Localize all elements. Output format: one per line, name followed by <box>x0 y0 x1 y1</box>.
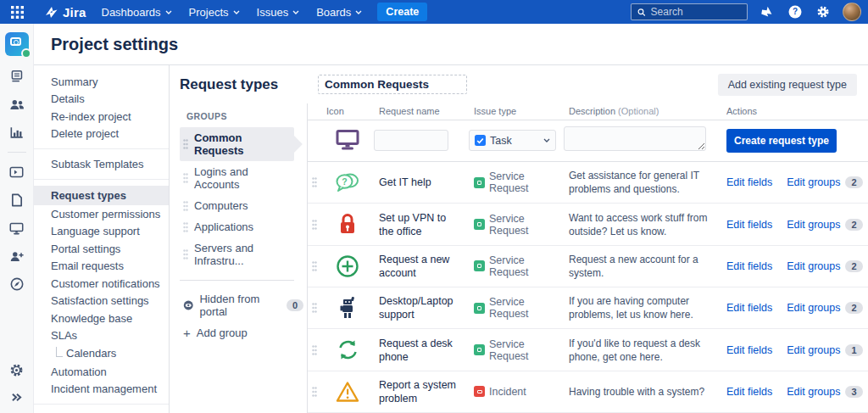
edit-fields-link[interactable]: Edit fields <box>726 176 772 188</box>
hidden-count-badge: 0 <box>287 299 303 311</box>
compass-icon[interactable] <box>7 275 27 293</box>
document-icon[interactable] <box>7 191 27 209</box>
sidebar-divider <box>34 148 169 149</box>
nav-issues[interactable]: Issues <box>257 6 300 19</box>
drag-handle[interactable] <box>308 303 321 313</box>
sidebar-item-automation[interactable]: Automation <box>34 363 169 381</box>
sidebar-item-customer-permissions[interactable]: Customer permissions <box>34 205 169 223</box>
chevron-down-icon <box>165 10 172 14</box>
edit-fields-link[interactable]: Edit fields <box>726 302 772 314</box>
drag-handle[interactable] <box>308 177 321 187</box>
app-switcher-icon[interactable] <box>0 0 34 24</box>
user-avatar[interactable] <box>843 3 861 21</box>
edit-fields-link[interactable]: Edit fields <box>726 260 772 272</box>
nav-menu: Dashboards Projects Issues Boards <box>102 6 363 19</box>
nav-projects[interactable]: Projects <box>189 6 240 19</box>
groups-count-badge: 2 <box>845 302 862 314</box>
group-title-input[interactable] <box>318 75 467 94</box>
sidebar-item-language-support[interactable]: Language support <box>34 223 169 241</box>
nav-dashboards[interactable]: Dashboards <box>102 6 172 19</box>
monitor-icon[interactable] <box>321 129 374 152</box>
invite-people-icon[interactable] <box>7 247 27 265</box>
edit-groups-link[interactable]: Edit groups <box>787 260 840 272</box>
edit-groups-link[interactable]: Edit groups <box>787 176 840 188</box>
svg-text:?: ? <box>793 7 798 16</box>
channels-icon[interactable] <box>7 219 27 237</box>
group-item-applications[interactable]: Applications <box>180 216 294 237</box>
sidebar-item-summary[interactable]: Summary <box>34 73 169 91</box>
group-item-common-requests[interactable]: Common Requests <box>180 127 294 161</box>
hidden-from-portal[interactable]: Hidden from portal 0 <box>180 289 307 321</box>
service-request-icon <box>474 303 485 314</box>
add-group-button[interactable]: + Add group <box>180 321 307 344</box>
rail-divider <box>8 152 26 153</box>
reports-icon[interactable] <box>7 123 27 142</box>
sidebar-item-details[interactable]: Details <box>34 91 169 109</box>
issue-type-select[interactable]: Task <box>469 130 556 151</box>
nav-boards[interactable]: Boards <box>316 6 362 19</box>
request-description: If you'd like to request a desk phone, g… <box>564 337 721 364</box>
group-item-logins-accounts[interactable]: Logins and Accounts <box>180 161 294 195</box>
group-item-computers[interactable]: Computers <box>180 195 294 216</box>
incident-icon <box>474 386 485 397</box>
sidebar-item-portal-settings[interactable]: Portal settings <box>34 240 169 258</box>
group-item-servers-infrastructure[interactable]: Servers and Infrastru... <box>180 237 294 271</box>
announcements-icon[interactable] <box>759 3 776 20</box>
help-icon[interactable]: ? <box>787 3 804 20</box>
request-types-main: Add existing request type Icon Request n… <box>307 65 868 413</box>
description-textarea[interactable] <box>564 126 706 151</box>
navbar-right: ? <box>631 3 861 21</box>
edit-fields-link[interactable]: Edit fields <box>726 344 772 356</box>
drag-handle[interactable] <box>308 261 321 271</box>
request-description: Request a new account for a system. <box>564 253 721 280</box>
search-input[interactable] <box>651 6 741 18</box>
sidebar-item-reindex[interactable]: Re-index project <box>34 108 169 126</box>
drag-handle[interactable] <box>308 387 321 397</box>
sidebar-item-subtask-templates[interactable]: Subtask Templates <box>34 155 169 173</box>
settings-sidebar: Summary Details Re-index project Delete … <box>34 65 170 413</box>
edit-fields-link[interactable]: Edit fields <box>726 386 772 398</box>
sidebar-item-incident-management[interactable]: Incident management <box>34 381 169 399</box>
request-type-row: Report a system problem Incident Having … <box>308 371 868 413</box>
settings-gear-icon[interactable] <box>815 3 832 20</box>
drag-handle-icon <box>312 345 317 355</box>
edit-groups-link[interactable]: Edit groups <box>787 302 840 314</box>
sidebar-item-satisfaction-settings[interactable]: Satisfaction settings <box>34 293 169 310</box>
sidebar-item-request-types[interactable]: Request types <box>34 186 169 206</box>
groups-count-badge: 2 <box>845 219 862 231</box>
sidebar-item-email-requests[interactable]: Email requests <box>34 258 169 276</box>
create-request-type-button[interactable]: Create request type <box>726 129 837 153</box>
expand-sidebar-icon[interactable] <box>7 388 27 406</box>
jira-logo[interactable]: Jira <box>44 5 86 20</box>
edit-groups-link[interactable]: Edit groups <box>787 219 840 231</box>
sidebar-item-delete[interactable]: Delete project <box>34 126 169 143</box>
edit-groups-link[interactable]: Edit groups <box>787 344 840 356</box>
group-label: Logins and Accounts <box>194 165 291 191</box>
request-name-input[interactable] <box>374 130 448 151</box>
nav-projects-label: Projects <box>189 6 229 19</box>
queues-icon[interactable] <box>7 67 27 86</box>
sidebar-item-slas[interactable]: SLAs <box>34 327 169 345</box>
customers-icon[interactable] <box>7 95 27 114</box>
sidebar-item-customer-notifications[interactable]: Customer notifications <box>34 275 169 293</box>
svg-text:?: ? <box>342 176 347 187</box>
drag-handle-icon <box>183 139 188 149</box>
drag-handle[interactable] <box>308 345 321 355</box>
edit-fields-link[interactable]: Edit fields <box>726 219 772 231</box>
sidebar-item-calendars[interactable]: Calendars <box>34 344 169 363</box>
col-actions: Actions <box>721 106 868 116</box>
edit-groups-link[interactable]: Edit groups <box>787 386 840 398</box>
sidebar-item-knowledge-base[interactable]: Knowledge base <box>34 310 169 327</box>
nav-dashboards-label: Dashboards <box>102 6 161 19</box>
project-avatar[interactable] <box>5 32 29 56</box>
drag-handle[interactable] <box>308 220 321 230</box>
raise-request-icon[interactable] <box>7 163 27 181</box>
group-label: Applications <box>194 220 253 233</box>
request-types-table: Icon Request name Issue type Description… <box>307 103 868 413</box>
add-existing-request-type-button[interactable]: Add existing request type <box>718 74 857 96</box>
search-box[interactable] <box>631 3 748 20</box>
drag-handle-icon <box>183 173 188 183</box>
project-settings-gear-icon[interactable] <box>7 360 27 379</box>
create-button[interactable]: Create <box>377 3 427 21</box>
issue-type-label: Service Request <box>489 296 564 320</box>
